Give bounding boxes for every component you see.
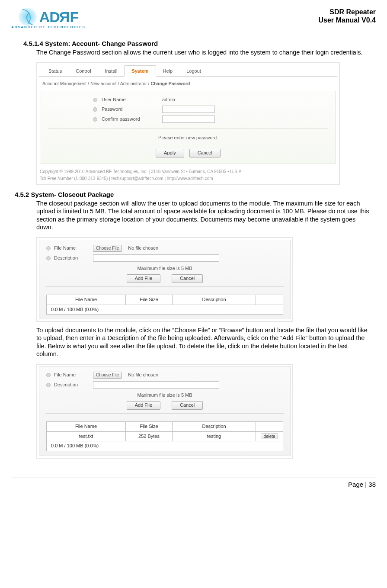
tab-bar: Status Control Install System Help Logou… [39, 65, 337, 77]
file-table: File Name File Size Description test.txt… [46, 421, 283, 451]
value-user-name: admin [162, 97, 214, 103]
confirm-password-field[interactable] [162, 116, 215, 123]
cancel-button[interactable]: Cancel [172, 401, 203, 410]
col-file-size: File Size [126, 421, 173, 431]
col-action [256, 295, 283, 305]
label-description: Description [54, 382, 90, 388]
storage-info: 0.0 M / 100 MB (0.0%) [47, 305, 283, 315]
password-field[interactable] [162, 106, 215, 113]
section-body-452: The closeout package section will allow … [36, 199, 371, 231]
page-footer: Page | 38 [11, 478, 376, 489]
col-action [256, 421, 283, 431]
bullet-icon [46, 256, 51, 260]
col-file-name: File Name [47, 421, 126, 431]
no-file-label: No file chosen [128, 372, 158, 378]
no-file-label: No file chosen [128, 245, 158, 251]
storage-info: 0.0 M / 100 MB (0.0%) [47, 441, 283, 451]
label-description: Description [54, 255, 90, 261]
bullet-icon [46, 373, 51, 377]
section-title-4514: 4.5.1.4 System: Account- Change Password [23, 40, 376, 48]
tab-control[interactable]: Control [69, 66, 98, 76]
doc-title: SDR Repeater User Manual V0.4 [319, 8, 376, 24]
apply-button[interactable]: Apply [156, 149, 184, 157]
table-storage-row: 0.0 M / 100 MB (0.0%) [47, 441, 283, 451]
tab-status[interactable]: Status [42, 66, 69, 76]
table-row: test.txt 252 Bytes testing delete [47, 431, 283, 441]
screenshot-closeout-uploaded: File Name Choose File No file chosen Des… [36, 364, 376, 459]
cell-action: delete [256, 431, 283, 441]
file-size-hint: Maximum file size is 5 MB [46, 266, 283, 272]
tab-help[interactable]: Help [156, 66, 180, 76]
delete-button[interactable]: delete [261, 434, 278, 439]
cancel-button[interactable]: Cancel [172, 274, 203, 283]
choose-file-button[interactable]: Choose File [93, 245, 122, 252]
label-confirm-password: Confirm password [102, 116, 158, 122]
label-file-name: File Name [54, 245, 90, 251]
tab-install[interactable]: Install [98, 66, 125, 76]
label-file-name: File Name [54, 372, 90, 378]
copyright-footer: Copyright © 1999-2010 Advanced RF Techno… [39, 166, 337, 182]
col-file-name: File Name [47, 295, 126, 305]
logo-wave-icon [19, 8, 37, 26]
logo-text: ADRF [39, 8, 78, 26]
file-size-hint: Maximum file size is 5 MB [46, 392, 283, 398]
tab-logout[interactable]: Logout [179, 66, 208, 76]
table-header-row: File Name File Size Description [47, 421, 283, 431]
bullet-icon [93, 117, 97, 122]
choose-file-button[interactable]: Choose File [93, 372, 122, 379]
col-description: Description [173, 295, 256, 305]
file-table: File Name File Size Description 0.0 M / … [46, 295, 283, 315]
section-title-452: 4.5.2 System- Closeout Package [15, 191, 376, 199]
upload-instructions: To upload documents to the module, click… [36, 326, 371, 358]
col-file-size: File Size [126, 295, 173, 305]
cell-file-size: 252 Bytes [126, 431, 173, 441]
col-description: Description [173, 421, 256, 431]
description-field[interactable] [93, 381, 219, 389]
bullet-icon [93, 98, 97, 102]
table-header-row: File Name File Size Description [47, 295, 283, 305]
description-field[interactable] [93, 254, 219, 262]
add-file-button[interactable]: Add File [127, 401, 160, 410]
table-storage-row: 0.0 M / 100 MB (0.0%) [47, 305, 283, 315]
bullet-icon [46, 383, 51, 387]
change-password-panel: User Name admin Password Confirm passwor… [41, 91, 336, 164]
logo-subtitle: ADVANCED RF TECHNOLOGIES [11, 25, 86, 29]
screenshot-closeout-empty: File Name Choose File No file chosen Des… [36, 237, 376, 322]
form-hint: Please enter new password. [50, 135, 326, 141]
bullet-icon [46, 246, 51, 251]
label-password: Password [102, 106, 158, 112]
bullet-icon [93, 107, 97, 112]
screenshot-change-password: Status Control Install System Help Logou… [36, 62, 376, 184]
label-user-name: User Name [102, 97, 158, 103]
page-header: ADRF ADVANCED RF TECHNOLOGIES SDR Repeat… [11, 8, 376, 29]
add-file-button[interactable]: Add File [127, 274, 160, 283]
cell-description: testing [173, 431, 256, 441]
section-body-4514: The Change Password section allows the c… [36, 48, 371, 56]
tab-system[interactable]: System [124, 65, 156, 77]
cancel-button[interactable]: Cancel [189, 149, 221, 157]
logo: ADRF ADVANCED RF TECHNOLOGIES [11, 8, 86, 29]
breadcrumb: Account Management / New account / Admin… [39, 77, 337, 89]
cell-file-name: test.txt [47, 431, 126, 441]
